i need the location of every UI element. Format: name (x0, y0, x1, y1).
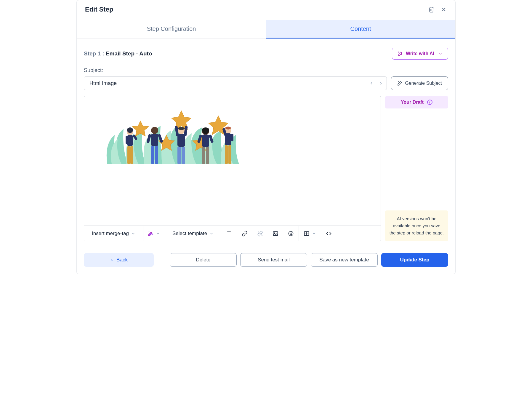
subject-prev-icon[interactable] (369, 81, 374, 85)
svg-rect-11 (155, 146, 158, 164)
ai-rewrite-dropdown[interactable] (143, 226, 165, 241)
unlink-button[interactable] (252, 226, 268, 241)
svg-rect-5 (130, 146, 133, 164)
magic-wand-icon (398, 51, 403, 56)
svg-rect-7 (151, 134, 158, 146)
link-icon (242, 231, 248, 237)
step-name: Email Step - Auto (106, 50, 152, 57)
svg-rect-17 (182, 147, 185, 164)
svg-rect-28 (225, 145, 228, 164)
step-prefix: Step 1 : (84, 50, 104, 57)
tab-content[interactable]: Content (266, 20, 455, 39)
subject-label: Subject: (84, 67, 448, 74)
image-icon (273, 231, 278, 237)
generate-subject-button[interactable]: Generate Subject (391, 76, 448, 90)
svg-rect-22 (202, 147, 205, 164)
svg-rect-19 (202, 135, 209, 147)
select-template-dropdown[interactable]: Select template (165, 226, 221, 241)
info-icon: i (427, 100, 432, 105)
svg-point-32 (289, 231, 293, 236)
delete-button[interactable]: Delete (170, 253, 237, 267)
write-with-ai-label: Write with AI (406, 51, 434, 56)
back-button[interactable]: Back (84, 253, 154, 267)
draft-label: Your Draft (401, 100, 424, 105)
chevron-down-icon (438, 52, 443, 56)
email-body-editor[interactable] (84, 96, 381, 226)
svg-rect-13 (177, 134, 185, 147)
close-icon[interactable] (440, 6, 447, 13)
unlink-icon (257, 231, 263, 237)
generate-subject-label: Generate Subject (405, 81, 442, 86)
chevron-down-icon (209, 231, 214, 236)
svg-rect-10 (151, 146, 154, 164)
chevron-down-icon (312, 231, 316, 236)
svg-rect-2 (126, 136, 128, 144)
draft-status-badge[interactable]: Your Draft i (385, 96, 448, 108)
svg-point-34 (291, 233, 292, 233)
subject-input[interactable] (89, 80, 369, 87)
text-icon (226, 231, 232, 237)
emoji-button[interactable] (283, 226, 299, 241)
code-icon (326, 231, 332, 237)
trash-icon[interactable] (428, 6, 435, 13)
subject-input-container (84, 76, 387, 90)
merge-tag-label: Insert merge-tag (92, 231, 129, 237)
svg-point-6 (151, 127, 158, 134)
save-as-new-template-button[interactable]: Save as new template (311, 253, 378, 267)
svg-rect-30 (273, 231, 278, 235)
write-with-ai-button[interactable]: Write with AI (392, 48, 448, 60)
table-dropdown[interactable] (299, 226, 321, 241)
back-label: Back (116, 257, 128, 263)
magic-wand-icon (397, 81, 403, 86)
svg-rect-1 (127, 135, 133, 146)
step-heading: Step 1 : Email Step - Auto (84, 50, 152, 57)
svg-rect-16 (177, 147, 181, 164)
text-cursor (98, 103, 98, 169)
update-step-button[interactable]: Update Step (381, 253, 448, 267)
ai-versions-notice: AI versions won't be available once you … (385, 210, 448, 241)
image-button[interactable] (268, 226, 283, 241)
emoji-icon (288, 231, 294, 237)
tabs: Step Configuration Content (77, 20, 455, 39)
svg-point-33 (290, 233, 291, 233)
modal-title: Edit Step (85, 6, 113, 13)
magic-wand-icon (148, 231, 153, 236)
svg-rect-4 (127, 146, 130, 164)
tab-step-configuration[interactable]: Step Configuration (77, 20, 266, 39)
svg-rect-27 (231, 134, 233, 141)
link-button[interactable] (237, 226, 252, 241)
footer: Back Delete Send test mail Save as new t… (77, 246, 455, 274)
svg-rect-23 (206, 147, 209, 164)
chevron-left-icon (110, 258, 114, 262)
code-view-button[interactable] (321, 226, 336, 241)
insert-merge-tag-dropdown[interactable]: Insert merge-tag (84, 226, 143, 241)
chevron-down-icon (131, 231, 135, 236)
text-format-button[interactable] (221, 226, 237, 241)
editor-toolbar: Insert merge-tag (84, 226, 381, 241)
modal-header: Edit Step (77, 0, 455, 20)
select-template-label: Select template (172, 231, 207, 237)
table-icon (304, 231, 310, 237)
content-image (101, 105, 241, 164)
subject-next-icon[interactable] (379, 81, 383, 85)
send-test-mail-button[interactable]: Send test mail (240, 253, 307, 267)
chevron-down-icon (156, 231, 160, 236)
svg-rect-29 (228, 145, 231, 164)
